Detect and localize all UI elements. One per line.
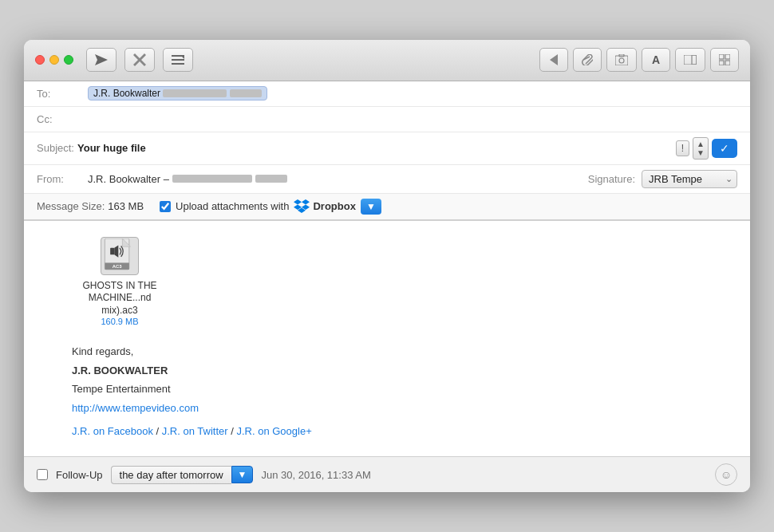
from-name: J.R. Bookwalter – [88,173,169,185]
upload-checkbox[interactable] [160,201,171,212]
grid-icon [719,54,730,65]
signature-label: Signature: [588,173,635,185]
attachment-icon [582,54,593,65]
attachment-filesize: 160.9 MB [101,317,138,326]
subject-row: Subject: Your huge file ! ▲ ▼ ✓ [24,132,750,165]
svg-text:AC3: AC3 [113,264,123,269]
followup-label: Follow-Up [56,469,103,481]
menu-button[interactable] [163,48,193,72]
font-button[interactable]: A [642,48,670,72]
email-body: AC3 GHOSTS IN THE MACHINE...nd mix).ac3 … [24,221,750,457]
signature-select-wrapper: JRB Tempe [642,170,737,188]
svg-point-9 [619,58,624,63]
attachment-item[interactable]: AC3 GHOSTS IN THE MACHINE...nd mix).ac3 … [72,237,168,327]
upload-label: Upload attachments with [176,200,289,212]
subject-value[interactable]: Your huge file [77,142,676,154]
confirm-button[interactable]: ✓ [712,139,737,158]
trash-icon [133,53,146,66]
from-left: From: J.R. Bookwalter – [37,173,588,185]
sig-separator1: / [156,425,162,437]
sig-social-line: J.R. on Facebook / J.R. on Twitter / J.R… [72,422,734,440]
email-footer: Follow-Up the day after tomorrow ▼ Jun 3… [24,456,750,492]
subject-label: Subject: [37,142,74,154]
svg-rect-20 [110,247,114,254]
back-button[interactable] [539,48,568,72]
sig-company: Tempe Entertainment [72,380,734,398]
sig-facebook-link[interactable]: J.R. on Facebook [72,425,153,437]
dropbox-dropdown-button[interactable]: ▼ [361,199,381,215]
attachment-button[interactable] [573,48,602,72]
panel-button[interactable] [675,48,705,72]
svg-rect-3 [172,55,184,57]
svg-marker-7 [550,54,558,65]
font-icon: A [652,53,660,66]
to-label: To: [37,88,85,100]
dropbox-icon [294,199,310,215]
dropbox-section: Upload attachments with Dropbox ▼ [160,199,381,215]
send-button[interactable] [86,48,116,72]
maximize-button[interactable] [64,55,73,65]
sig-website-link[interactable]: http://www.tempevideo.com [72,402,199,414]
trash-button[interactable] [124,48,155,72]
sig-website-line: http://www.tempevideo.com [72,399,734,417]
signature-select[interactable]: JRB Tempe [642,170,737,188]
svg-rect-16 [725,61,730,65]
to-name: J.R. Bookwalter [93,88,160,99]
svg-marker-6 [182,57,184,59]
from-email-redacted [172,175,252,183]
attachment-filename: GHOSTS IN THE MACHINE...nd mix).ac3 [72,280,168,317]
followup-value: the day after tomorrow [111,466,231,484]
titlebar: A [24,40,750,81]
svg-rect-13 [719,54,724,59]
svg-rect-5 [172,63,184,65]
ac3-file-icon: AC3 [102,238,137,274]
svg-rect-8 [615,56,628,65]
panel-icon [684,55,697,65]
svg-rect-14 [725,54,730,59]
sig-google-link[interactable]: J.R. on Google+ [236,425,311,437]
photo-icon [615,54,628,65]
msgsize-value: 163 MB [108,200,144,212]
close-button[interactable] [35,55,45,65]
attachment-area: AC3 GHOSTS IN THE MACHINE...nd mix).ac3 … [72,237,734,327]
to-chip[interactable]: J.R. Bookwalter [88,86,267,100]
from-label: From: [37,173,85,185]
svg-marker-2 [133,53,146,66]
emoji-button[interactable]: ☺ [715,463,737,486]
from-email-redacted2 [255,175,287,183]
sig-greeting: Kind regards, [72,342,734,361]
sig-twitter-link[interactable]: J.R. on Twitter [162,425,228,437]
to-email-redacted2 [230,89,262,97]
emoji-icon: ☺ [721,468,732,481]
grid-button[interactable] [710,48,739,72]
send-icon [95,54,108,65]
footer-timestamp: Jun 30, 2016, 11:33 AM [261,469,707,481]
minimize-button[interactable] [49,55,59,65]
msgsize-label: Message Size: [37,200,105,212]
priority-stepper[interactable]: ▲ ▼ [693,137,709,160]
to-row: To: J.R. Bookwalter [24,81,750,107]
sig-name: J.R. BOOKWALTER [72,361,734,380]
msgsize-row: Message Size: 163 MB Upload attachments … [24,194,750,220]
back-icon [550,54,558,65]
importance-button[interactable]: ! [676,140,689,156]
followup-dropdown-button[interactable]: ▼ [231,466,254,483]
cc-row: Cc: [24,107,750,132]
attachment-icon: AC3 [101,237,139,275]
svg-rect-4 [172,59,184,61]
from-right: Signature: JRB Tempe [588,170,737,188]
photo-button[interactable] [606,48,637,72]
traffic-lights [35,55,73,65]
dropbox-logo: Dropbox [294,199,355,215]
header-fields: To: J.R. Bookwalter Cc: Subject: Your hu… [24,81,750,221]
followup-select-wrapper: the day after tomorrow ▼ [111,466,254,484]
to-email-redacted [163,89,227,97]
subject-controls: ! ▲ ▼ ✓ [676,137,737,160]
signature-block: Kind regards, J.R. BOOKWALTER Tempe Ente… [72,342,734,440]
svg-rect-11 [684,55,697,65]
svg-rect-12 [692,55,697,65]
from-row: From: J.R. Bookwalter – Signature: JRB T… [24,165,750,194]
followup-checkbox[interactable] [37,469,48,480]
svg-rect-15 [719,61,724,65]
dropbox-label: Dropbox [313,200,355,212]
